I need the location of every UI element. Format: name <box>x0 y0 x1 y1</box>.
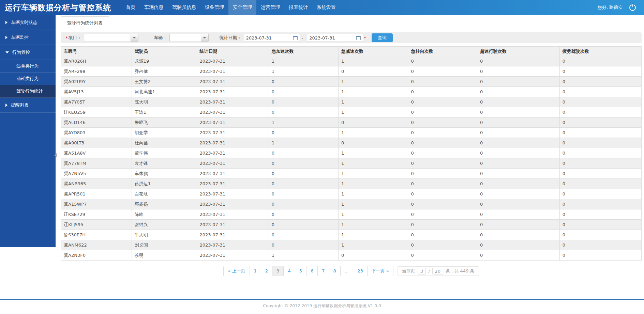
table-cell: 2023-07-31 <box>197 209 269 220</box>
sidebar-item-label: 车辆监控 <box>11 34 29 41</box>
prev-page-button[interactable]: « 上一页 <box>224 266 249 276</box>
date-from-input[interactable] <box>246 35 293 41</box>
table-row: 冀APR501白花歧2023-07-3101000 <box>61 189 642 199</box>
table-cell: 2023-07-31 <box>197 97 269 107</box>
date-from-box <box>244 34 300 42</box>
sidebar-item[interactable]: 行为管控 <box>0 45 56 60</box>
table-cell: 2023-07-31 <box>197 138 269 148</box>
table-cell: 胡亚学 <box>132 128 197 138</box>
table-cell: 0 <box>269 189 338 199</box>
table-cell: 冀A15WP7 <box>61 199 132 209</box>
calendar-icon[interactable] <box>356 36 361 40</box>
app-title: 运行车辆数据分析与管控系统 <box>0 0 121 15</box>
table-cell: 2023-07-31 <box>197 250 269 261</box>
table-cell: 1 <box>339 230 408 240</box>
table-cell: 0 <box>269 148 338 158</box>
table-cell: 0 <box>477 240 560 250</box>
footer: Copyright © 2012-2019 运行车辆数据分析与管控系统 V1.0… <box>0 299 644 314</box>
page-number-4[interactable]: 4 <box>283 266 295 276</box>
table-row: 冀ANM622刘义国2023-07-3101000 <box>61 240 642 250</box>
table-header-row: 车牌号驾驶员统计日期急加速次数急减速次数急转向次数超速行驶次数疲劳驾驶次数 <box>61 47 642 56</box>
table-cell: 0 <box>339 138 408 148</box>
nav-item[interactable]: 驾驶员信息 <box>168 0 200 15</box>
page-ellipsis: ... <box>340 266 353 276</box>
table-cell: 1 <box>269 117 338 128</box>
page-number-5[interactable]: 5 <box>295 266 306 276</box>
nav-item[interactable]: 首页 <box>121 0 140 15</box>
page-info-separator: / <box>428 269 430 274</box>
table-cell: 0 <box>559 209 641 220</box>
page-number-3[interactable]: 3 <box>272 266 283 276</box>
table-cell: 0 <box>408 240 477 250</box>
table-cell: 冀ALD146 <box>61 117 132 128</box>
page-number-7[interactable]: 7 <box>317 266 329 276</box>
sidebar-item[interactable]: 违章类行为 <box>0 60 56 73</box>
table-cell: 冀AV5J13 <box>61 87 132 97</box>
next-page-button[interactable]: 下一页 » <box>367 266 393 276</box>
table-cell: 车家鹏 <box>132 169 197 179</box>
table-cell: 0 <box>477 87 560 97</box>
nav-item[interactable]: 安全管理 <box>228 0 256 15</box>
date-to-input[interactable] <box>309 35 356 41</box>
table-cell: 0 <box>269 230 338 240</box>
table-cell: 0 <box>408 158 477 169</box>
dropdown-arrow-icon[interactable] <box>131 34 138 42</box>
logout-power-icon[interactable] <box>629 4 636 11</box>
table-cell: 1 <box>269 66 338 77</box>
sidebar-collapse-handle[interactable] <box>54 153 57 157</box>
sidebar-item[interactable]: 车辆实时状态 <box>0 15 56 30</box>
project-select[interactable] <box>84 34 138 42</box>
page-size-box[interactable]: 20 <box>432 268 444 274</box>
sidebar-item-label: 车辆实时状态 <box>11 19 38 26</box>
date-to-box <box>307 34 363 42</box>
table-cell: 1 <box>339 56 408 66</box>
table-cell: 鲁S30E7H <box>61 230 132 240</box>
page-number-6[interactable]: 6 <box>306 266 317 276</box>
table-cell: 0 <box>408 117 477 128</box>
tab-driving-behavior-list[interactable]: 驾驶行为统计列表 <box>61 16 109 29</box>
table-cell: 0 <box>269 240 338 250</box>
column-header: 急加速次数 <box>269 47 338 56</box>
page-number-23[interactable]: 23 <box>353 266 367 276</box>
vehicle-select[interactable] <box>169 34 209 42</box>
sidebar-item[interactable]: 提醒列表 <box>0 98 56 113</box>
sidebar-item[interactable]: 驾驶行为统计 <box>0 85 56 98</box>
page-number-8[interactable]: 8 <box>329 266 340 276</box>
page-number-2[interactable]: 2 <box>261 266 272 276</box>
dropdown-arrow-icon[interactable] <box>201 34 208 42</box>
table-cell: 0 <box>408 179 477 189</box>
page-number-1[interactable]: 1 <box>250 266 261 276</box>
table-cell: 蔡洪运1 <box>132 179 197 189</box>
required-asterisk: * <box>364 35 366 41</box>
nav-item[interactable]: 设备管理 <box>200 0 228 15</box>
table-cell: 冀A51A8V <box>61 148 132 158</box>
table-cell: 0 <box>408 128 477 138</box>
table-cell: 0 <box>408 77 477 87</box>
nav-item[interactable]: 车辆信息 <box>140 0 168 15</box>
table-row: 冀A90LT3杜向鑫2023-07-3110000 <box>61 138 642 148</box>
sidebar: 车辆实时状态车辆监控行为管控违章类行为油耗类行为驾驶行为统计提醒列表 <box>0 15 56 247</box>
table-row: 冀AV5J13河北高速12023-07-3101000 <box>61 87 642 97</box>
sidebar-item[interactable]: 车辆监控 <box>0 30 56 45</box>
current-page-box[interactable]: 3 <box>418 268 426 274</box>
calendar-icon[interactable] <box>293 36 298 40</box>
table-cell: 1 <box>339 148 408 158</box>
table-row: 辽KSE729陈峰2023-07-3101000 <box>61 209 642 220</box>
sidebar-item[interactable]: 油耗类行为 <box>0 73 56 85</box>
table-cell: 冀A02U9Y <box>61 77 132 87</box>
table-cell: 0 <box>559 128 641 138</box>
table-cell: 0 <box>477 56 560 66</box>
table-cell: 0 <box>408 138 477 148</box>
table-cell: 0 <box>269 158 338 169</box>
nav-item[interactable]: 报表统计 <box>284 0 312 15</box>
table-cell: 2023-07-31 <box>197 189 269 199</box>
table-cell: 河北高速1 <box>132 87 197 97</box>
search-button[interactable]: 查询 <box>372 33 393 42</box>
table-cell: 王涛1 <box>132 107 197 117</box>
table-cell: 1 <box>339 209 408 220</box>
nav-item[interactable]: 运营管理 <box>256 0 284 15</box>
sidebar-item-label: 驾驶行为统计 <box>16 88 43 94</box>
table-cell: 0 <box>559 158 641 169</box>
nav-item[interactable]: 系统设置 <box>312 0 340 15</box>
column-header: 统计日期 <box>197 47 269 56</box>
